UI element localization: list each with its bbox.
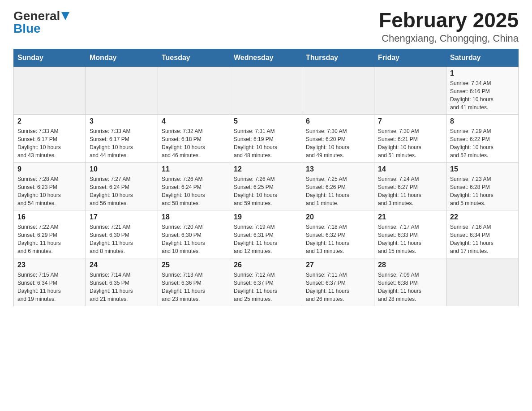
calendar-day-cell: 26Sunrise: 7:12 AM Sunset: 6:37 PM Dayli… <box>230 258 302 306</box>
page-header: General Blue February 2025 Chengxiang, C… <box>13 9 519 44</box>
calendar-day-cell <box>374 66 446 114</box>
calendar-day-cell: 25Sunrise: 7:13 AM Sunset: 6:36 PM Dayli… <box>158 258 230 306</box>
calendar-day-cell: 20Sunrise: 7:18 AM Sunset: 6:32 PM Dayli… <box>302 210 374 258</box>
calendar-day-cell: 4Sunrise: 7:32 AM Sunset: 6:18 PM Daylig… <box>158 114 230 162</box>
day-number: 23 <box>17 261 82 269</box>
day-info: Sunrise: 7:34 AM Sunset: 6:16 PM Dayligh… <box>450 79 515 111</box>
day-info: Sunrise: 7:33 AM Sunset: 6:17 PM Dayligh… <box>90 127 154 159</box>
day-info: Sunrise: 7:16 AM Sunset: 6:34 PM Dayligh… <box>450 223 515 255</box>
calendar-day-cell: 7Sunrise: 7:30 AM Sunset: 6:21 PM Daylig… <box>374 114 446 162</box>
day-number: 27 <box>306 261 370 269</box>
calendar-day-cell <box>302 66 374 114</box>
day-info: Sunrise: 7:26 AM Sunset: 6:25 PM Dayligh… <box>234 175 298 207</box>
calendar-day-cell: 27Sunrise: 7:11 AM Sunset: 6:37 PM Dayli… <box>302 258 374 306</box>
day-number: 12 <box>234 165 298 173</box>
day-number: 18 <box>162 213 226 221</box>
calendar-day-cell <box>14 66 86 114</box>
day-info: Sunrise: 7:20 AM Sunset: 6:30 PM Dayligh… <box>162 223 226 255</box>
calendar-table: SundayMondayTuesdayWednesdayThursdayFrid… <box>13 49 519 306</box>
day-info: Sunrise: 7:14 AM Sunset: 6:35 PM Dayligh… <box>90 271 154 303</box>
day-number: 13 <box>306 165 370 173</box>
calendar-day-cell: 24Sunrise: 7:14 AM Sunset: 6:35 PM Dayli… <box>86 258 158 306</box>
title-section: February 2025 Chengxiang, Chongqing, Chi… <box>379 9 519 44</box>
day-info: Sunrise: 7:17 AM Sunset: 6:33 PM Dayligh… <box>378 223 442 255</box>
day-info: Sunrise: 7:29 AM Sunset: 6:22 PM Dayligh… <box>450 127 515 159</box>
day-info: Sunrise: 7:30 AM Sunset: 6:21 PM Dayligh… <box>378 127 442 159</box>
calendar-day-cell: 2Sunrise: 7:33 AM Sunset: 6:17 PM Daylig… <box>14 114 86 162</box>
day-number: 11 <box>162 165 226 173</box>
day-number: 2 <box>17 117 82 125</box>
day-number: 9 <box>17 165 82 173</box>
calendar-day-cell: 5Sunrise: 7:31 AM Sunset: 6:19 PM Daylig… <box>230 114 302 162</box>
day-number: 14 <box>378 165 442 173</box>
month-title: February 2025 <box>379 9 519 32</box>
calendar-day-cell <box>86 66 158 114</box>
day-number: 24 <box>90 261 154 269</box>
day-number: 20 <box>306 213 370 221</box>
day-info: Sunrise: 7:27 AM Sunset: 6:24 PM Dayligh… <box>90 175 154 207</box>
calendar-day-header: Monday <box>86 49 158 66</box>
calendar-day-cell: 28Sunrise: 7:09 AM Sunset: 6:38 PM Dayli… <box>374 258 446 306</box>
day-info: Sunrise: 7:13 AM Sunset: 6:36 PM Dayligh… <box>162 271 226 303</box>
calendar-week-row: 1Sunrise: 7:34 AM Sunset: 6:16 PM Daylig… <box>14 66 519 114</box>
calendar-day-cell <box>446 258 519 306</box>
calendar-day-header: Saturday <box>446 49 519 66</box>
day-info: Sunrise: 7:30 AM Sunset: 6:20 PM Dayligh… <box>306 127 370 159</box>
calendar-day-cell: 15Sunrise: 7:23 AM Sunset: 6:28 PM Dayli… <box>446 162 519 210</box>
day-info: Sunrise: 7:18 AM Sunset: 6:32 PM Dayligh… <box>306 223 370 255</box>
day-number: 16 <box>17 213 82 221</box>
day-number: 22 <box>450 213 515 221</box>
calendar-day-header: Wednesday <box>230 49 302 66</box>
calendar-day-cell: 17Sunrise: 7:21 AM Sunset: 6:30 PM Dayli… <box>86 210 158 258</box>
day-number: 5 <box>234 117 298 125</box>
calendar-day-cell: 23Sunrise: 7:15 AM Sunset: 6:34 PM Dayli… <box>14 258 86 306</box>
day-number: 8 <box>450 117 515 125</box>
day-info: Sunrise: 7:19 AM Sunset: 6:31 PM Dayligh… <box>234 223 298 255</box>
day-number: 26 <box>234 261 298 269</box>
day-info: Sunrise: 7:22 AM Sunset: 6:29 PM Dayligh… <box>17 223 82 255</box>
day-info: Sunrise: 7:23 AM Sunset: 6:28 PM Dayligh… <box>450 175 515 207</box>
calendar-day-cell: 21Sunrise: 7:17 AM Sunset: 6:33 PM Dayli… <box>374 210 446 258</box>
day-number: 28 <box>378 261 442 269</box>
calendar-day-cell: 18Sunrise: 7:20 AM Sunset: 6:30 PM Dayli… <box>158 210 230 258</box>
calendar-day-cell: 6Sunrise: 7:30 AM Sunset: 6:20 PM Daylig… <box>302 114 374 162</box>
calendar-day-cell: 12Sunrise: 7:26 AM Sunset: 6:25 PM Dayli… <box>230 162 302 210</box>
day-info: Sunrise: 7:28 AM Sunset: 6:23 PM Dayligh… <box>17 175 82 207</box>
calendar-day-cell: 22Sunrise: 7:16 AM Sunset: 6:34 PM Dayli… <box>446 210 519 258</box>
day-info: Sunrise: 7:33 AM Sunset: 6:17 PM Dayligh… <box>17 127 82 159</box>
calendar-day-cell: 10Sunrise: 7:27 AM Sunset: 6:24 PM Dayli… <box>86 162 158 210</box>
calendar-week-row: 16Sunrise: 7:22 AM Sunset: 6:29 PM Dayli… <box>14 210 519 258</box>
calendar-day-cell: 1Sunrise: 7:34 AM Sunset: 6:16 PM Daylig… <box>446 66 519 114</box>
day-number: 3 <box>90 117 154 125</box>
day-number: 10 <box>90 165 154 173</box>
calendar-day-cell: 19Sunrise: 7:19 AM Sunset: 6:31 PM Dayli… <box>230 210 302 258</box>
calendar-day-cell: 8Sunrise: 7:29 AM Sunset: 6:22 PM Daylig… <box>446 114 519 162</box>
day-number: 25 <box>162 261 226 269</box>
calendar-day-cell: 9Sunrise: 7:28 AM Sunset: 6:23 PM Daylig… <box>14 162 86 210</box>
calendar-day-cell: 11Sunrise: 7:26 AM Sunset: 6:24 PM Dayli… <box>158 162 230 210</box>
calendar-day-cell <box>158 66 230 114</box>
svg-marker-0 <box>61 12 69 20</box>
calendar-header-row: SundayMondayTuesdayWednesdayThursdayFrid… <box>14 49 519 66</box>
calendar-week-row: 2Sunrise: 7:33 AM Sunset: 6:17 PM Daylig… <box>14 114 519 162</box>
calendar-week-row: 9Sunrise: 7:28 AM Sunset: 6:23 PM Daylig… <box>14 162 519 210</box>
logo: General Blue <box>13 9 69 36</box>
day-info: Sunrise: 7:11 AM Sunset: 6:37 PM Dayligh… <box>306 271 370 303</box>
calendar-day-header: Sunday <box>14 49 86 66</box>
calendar-day-header: Friday <box>374 49 446 66</box>
location-subtitle: Chengxiang, Chongqing, China <box>379 33 519 44</box>
day-number: 17 <box>90 213 154 221</box>
day-number: 6 <box>306 117 370 125</box>
day-number: 15 <box>450 165 515 173</box>
day-info: Sunrise: 7:24 AM Sunset: 6:27 PM Dayligh… <box>378 175 442 207</box>
calendar-day-cell: 16Sunrise: 7:22 AM Sunset: 6:29 PM Dayli… <box>14 210 86 258</box>
calendar-day-cell: 14Sunrise: 7:24 AM Sunset: 6:27 PM Dayli… <box>374 162 446 210</box>
day-info: Sunrise: 7:15 AM Sunset: 6:34 PM Dayligh… <box>17 271 82 303</box>
calendar-day-cell <box>230 66 302 114</box>
day-info: Sunrise: 7:12 AM Sunset: 6:37 PM Dayligh… <box>234 271 298 303</box>
calendar-day-header: Tuesday <box>158 49 230 66</box>
day-number: 1 <box>450 69 515 77</box>
day-info: Sunrise: 7:32 AM Sunset: 6:18 PM Dayligh… <box>162 127 226 159</box>
day-info: Sunrise: 7:21 AM Sunset: 6:30 PM Dayligh… <box>90 223 154 255</box>
day-number: 7 <box>378 117 442 125</box>
